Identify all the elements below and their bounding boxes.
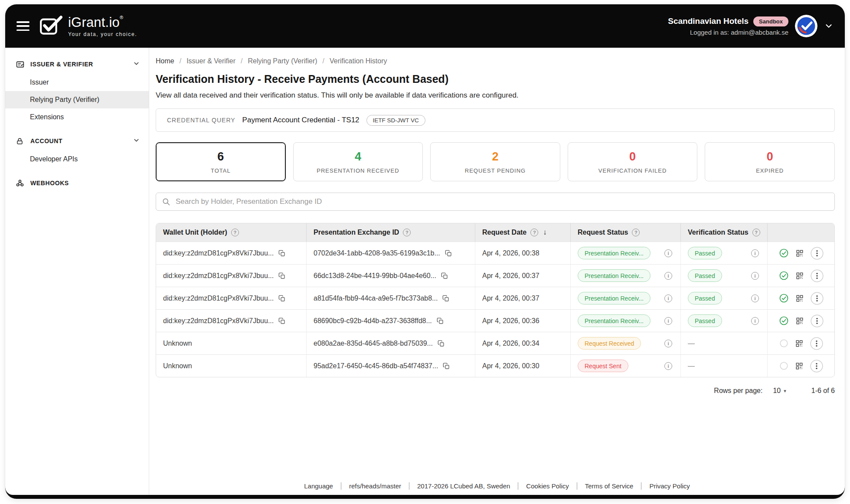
- stat-label: PRESENTATION RECEIVED: [317, 167, 399, 174]
- request-date: Apr 4, 2026, 00:30: [475, 355, 570, 377]
- exchange-id: 0702de34-1abb-4208-9a35-6199a3c1b...: [314, 249, 440, 257]
- logged-in-as: Logged in as: admin@abcbank.se: [690, 29, 788, 36]
- info-icon[interactable]: [751, 317, 759, 325]
- sidebar-header-issuer-verifier[interactable]: ISSUER & VERIFIER: [5, 55, 149, 74]
- qr-code-icon[interactable]: [796, 317, 804, 325]
- avatar[interactable]: [795, 15, 817, 37]
- info-icon[interactable]: [664, 249, 672, 257]
- breadcrumb: Home Issuer & Verifier Relying Party (Ve…: [156, 57, 835, 65]
- copy-icon[interactable]: [437, 317, 444, 324]
- account-chevron-down-icon[interactable]: [824, 21, 834, 31]
- qr-code-icon[interactable]: [796, 272, 804, 280]
- breadcrumb-home[interactable]: Home: [156, 57, 174, 65]
- chevron-down-icon[interactable]: [133, 137, 140, 146]
- pagination-range: 1-6 of 6: [811, 387, 835, 395]
- sidebar-item-developer-apis[interactable]: Developer APIs: [5, 151, 149, 168]
- request-status-badge: Request Sent: [578, 360, 628, 372]
- brand-logo[interactable]: iGrant.io® Your data, your choice.: [39, 15, 137, 37]
- verified-seal-icon[interactable]: [779, 293, 789, 303]
- verified-seal-icon[interactable]: [779, 271, 789, 281]
- table-row: did:key:z2dmzD81cgPx8Vki7Jbuu... 68690bc…: [156, 309, 834, 332]
- hamburger-menu-icon[interactable]: [16, 21, 29, 31]
- top-bar: iGrant.io® Your data, your choice. Scand…: [5, 4, 845, 48]
- table-row: did:key:z2dmzD81cgPx8Vki7Jbuu... 66dc13d…: [156, 264, 834, 287]
- footer-cookies-policy[interactable]: Cookies Policy: [518, 482, 576, 490]
- copy-icon[interactable]: [278, 250, 285, 257]
- kebab-menu-icon[interactable]: [811, 314, 824, 327]
- stat-card-expired[interactable]: 0 EXPIRED: [705, 142, 835, 181]
- stat-value: 0: [767, 150, 773, 164]
- request-status-badge: Presentation Receiv...: [578, 292, 651, 304]
- help-icon[interactable]: [530, 229, 538, 236]
- copy-icon[interactable]: [445, 250, 452, 257]
- verified-seal-icon[interactable]: [779, 316, 789, 326]
- stats-row: 6 TOTAL 4 PRESENTATION RECEIVED 2 REQUES…: [156, 142, 835, 181]
- info-icon[interactable]: [664, 295, 672, 302]
- stat-card-total[interactable]: 6 TOTAL: [156, 142, 286, 181]
- help-icon[interactable]: [403, 229, 411, 236]
- sidebar-item-extensions[interactable]: Extensions: [5, 108, 149, 126]
- info-icon[interactable]: [664, 317, 672, 325]
- stat-card-presentation-received[interactable]: 4 PRESENTATION RECEIVED: [293, 142, 423, 181]
- copy-icon[interactable]: [278, 295, 285, 302]
- breadcrumb-issuer-verifier[interactable]: Issuer & Verifier: [174, 57, 235, 65]
- qr-code-icon[interactable]: [796, 249, 804, 257]
- qr-code-icon[interactable]: [796, 295, 804, 302]
- rows-per-page-select[interactable]: 10 ▾: [773, 387, 786, 395]
- copy-icon[interactable]: [438, 340, 445, 347]
- kebab-menu-icon[interactable]: [810, 360, 823, 373]
- info-icon[interactable]: [664, 340, 672, 347]
- help-icon[interactable]: [752, 229, 760, 236]
- account-text: Scandinavian Hotels Sandbox Logged in as…: [668, 16, 788, 36]
- sidebar-header-account[interactable]: ACCOUNT: [5, 131, 149, 151]
- stat-card-verification-failed[interactable]: 0 VERIFICATION FAILED: [568, 142, 698, 181]
- info-icon[interactable]: [664, 272, 672, 280]
- info-icon[interactable]: [751, 272, 759, 280]
- info-icon[interactable]: [751, 249, 759, 257]
- request-date: Apr 4, 2026, 00:36: [475, 310, 570, 332]
- breadcrumb-current: Verification History: [317, 57, 387, 65]
- sidebar-item-issuer[interactable]: Issuer: [5, 74, 149, 91]
- kebab-menu-icon[interactable]: [810, 337, 823, 350]
- search-input[interactable]: [156, 193, 835, 211]
- footer-language[interactable]: Language: [296, 482, 341, 490]
- verified-seal-icon[interactable]: [779, 248, 789, 258]
- holder-did: did:key:z2dmzD81cgPx8Vki7Jbuu...: [163, 317, 274, 325]
- stat-label: VERIFICATION FAILED: [598, 167, 667, 174]
- info-icon[interactable]: [751, 295, 759, 302]
- copy-icon[interactable]: [278, 317, 285, 324]
- qr-code-icon[interactable]: [795, 362, 803, 370]
- sidebar-item-relying-party[interactable]: Relying Party (Verifier): [5, 91, 149, 108]
- request-status-badge: Presentation Receiv...: [578, 314, 651, 327]
- copy-icon[interactable]: [441, 272, 448, 279]
- footer-build-ref: refs/heads/master: [341, 482, 409, 490]
- holder-did: did:key:z2dmzD81cgPx8Vki7Jbuu...: [163, 272, 274, 280]
- caret-down-icon: ▾: [784, 388, 786, 394]
- info-icon[interactable]: [664, 362, 672, 370]
- copy-icon[interactable]: [442, 295, 449, 302]
- help-icon[interactable]: [632, 229, 640, 236]
- sidebar-header-webhooks[interactable]: WEBHOOKS: [5, 173, 149, 193]
- brand-name: iGrant.io®: [68, 15, 137, 29]
- footer-terms-of-service[interactable]: Terms of Service: [577, 482, 641, 490]
- copy-icon[interactable]: [278, 272, 285, 279]
- qr-code-icon[interactable]: [795, 340, 803, 347]
- request-date: Apr 4, 2026, 00:37: [475, 265, 570, 287]
- copy-icon[interactable]: [443, 363, 450, 370]
- credential-query-label: CREDENTIAL QUERY: [167, 117, 235, 124]
- credential-format-chip: IETF SD-JWT VC: [366, 115, 425, 126]
- breadcrumb-relying-party[interactable]: Relying Party (Verifier): [235, 57, 317, 65]
- footer-copyright: 2017-2026 LCubed AB, Sweden: [409, 482, 518, 490]
- sort-descending-icon[interactable]: ↓: [543, 228, 547, 237]
- lock-icon: [16, 137, 25, 145]
- col-header-wallet-unit: Wallet Unit (Holder): [156, 223, 306, 242]
- kebab-menu-icon[interactable]: [811, 269, 824, 282]
- footer-privacy-policy[interactable]: Privacy Policy: [641, 482, 697, 490]
- stat-card-request-pending[interactable]: 2 REQUEST PENDING: [430, 142, 560, 181]
- chevron-down-icon[interactable]: [133, 60, 140, 69]
- main: Home Issuer & Verifier Relying Party (Ve…: [149, 48, 845, 495]
- help-icon[interactable]: [231, 229, 239, 236]
- kebab-menu-icon[interactable]: [811, 247, 824, 260]
- kebab-menu-icon[interactable]: [811, 292, 824, 305]
- col-header-actions: [767, 223, 834, 242]
